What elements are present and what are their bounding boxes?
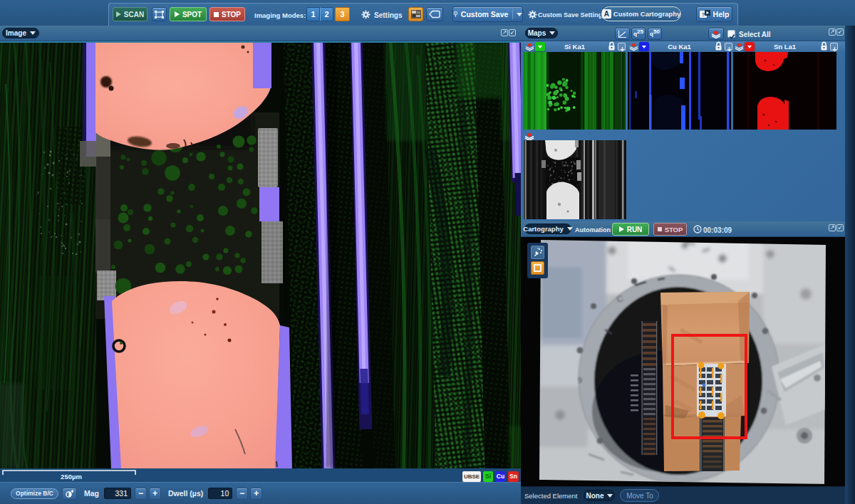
svg-text:?: ? bbox=[701, 11, 705, 18]
svg-text:9: 9 bbox=[578, 376, 582, 384]
